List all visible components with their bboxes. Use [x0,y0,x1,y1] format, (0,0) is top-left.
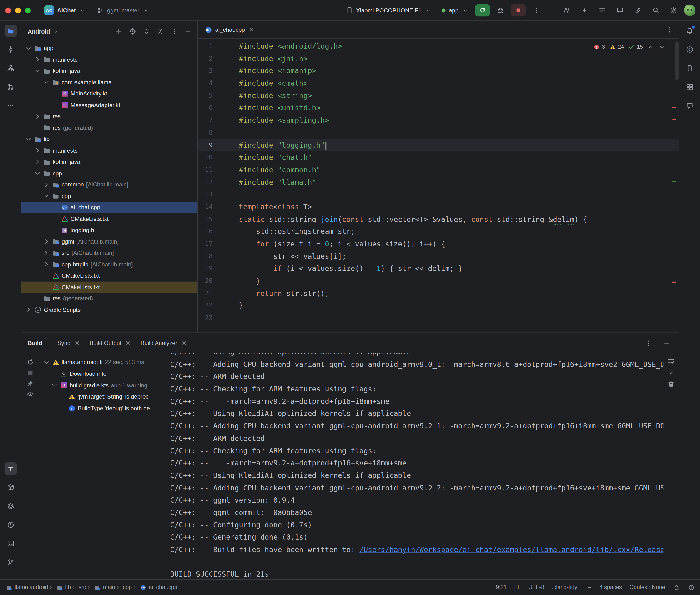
hide-panel-button[interactable] [182,26,194,37]
tree-item-app[interactable]: app [22,42,197,54]
clear-all-icon[interactable] [667,381,674,388]
add-button[interactable] [113,26,124,37]
close-icon[interactable] [180,339,188,346]
run-button[interactable] [475,4,490,17]
tab-build-analyzer[interactable]: Build Analyzer [136,336,192,349]
code-line-2[interactable]: 2#include <jni.h> [198,53,678,65]
project-widget[interactable]: AC AiChat [41,4,90,17]
indent-icon[interactable] [585,584,592,591]
debug-button[interactable] [493,4,508,17]
code-line-22[interactable]: 22} [198,300,678,312]
todo-list-button[interactable] [595,4,610,17]
commit-tool-button[interactable] [4,43,17,56]
dependencies-tool-button[interactable] [4,481,17,493]
error-stripe-mark[interactable] [672,107,676,108]
resource-manager-button[interactable] [683,81,696,93]
error-stripe-mark[interactable] [672,282,676,283]
caret-position[interactable]: 9:21 [496,584,507,591]
breadcrumb-main[interactable]: main [88,584,115,591]
tree-item-src[interactable]: src[AiChat.lib.main] [22,247,197,259]
context-widget[interactable]: Context: None [629,584,665,591]
ai-assistant-button[interactable] [577,4,592,17]
share-button[interactable] [631,4,646,17]
code-line-13[interactable]: 13 [198,188,678,201]
filter-view-icon[interactable] [27,391,34,398]
build-tree-item-download-info[interactable]: Download info [39,368,167,379]
next-issue-icon[interactable] [658,43,665,51]
build-options-button[interactable] [643,337,654,349]
code-editor[interactable]: 1#include <android/log.h>2#include <jni.… [198,39,678,332]
app-quality-insights-button[interactable] [683,100,696,112]
tree-item-cmakelists-txt[interactable]: CMakeLists.txt [22,270,197,281]
code-line-4[interactable]: 4#include <cmath> [198,77,678,89]
code-line-18[interactable]: 18 str << values[i]; [198,250,678,263]
tree-item-res[interactable]: res(generated) [22,122,197,134]
tree-item-res[interactable]: res(generated) [22,293,197,304]
code-line-20[interactable]: 20 } [198,275,678,287]
tree-item-cpp[interactable]: cpp [22,190,197,202]
editor-scrollbar[interactable] [675,41,678,80]
build-tool-button[interactable] [4,462,17,475]
code-line-14[interactable]: 14template<class T> [198,201,678,213]
breadcrumb-lib[interactable]: lib [50,584,71,591]
breadcrumb-llama-android[interactable]: llama.android [5,584,48,591]
code-line-3[interactable]: 3#include <iomanip> [198,65,678,77]
build-console[interactable]: C/C++: -- Using KleidiAI optimized kerne… [167,353,663,579]
more-tool-windows-button[interactable] [4,100,17,112]
code-line-5[interactable]: 5#include <string> [198,89,678,102]
close-icon[interactable] [73,339,81,346]
tree-item-logging-h[interactable]: Hlogging.h [22,225,197,236]
device-manager-button[interactable] [683,62,696,75]
project-view-mode[interactable]: Android [28,28,50,34]
tree-item-cpp-httplib[interactable]: cpp-httplib[AiChat.lib.main] [22,259,197,270]
tree-item-mainactivity-kt[interactable]: KMainActivity.kt [22,88,197,99]
code-line-23[interactable]: 23 [198,312,678,324]
indent-setting[interactable]: 4 spaces [599,584,622,591]
build-window-title[interactable]: Build [28,340,42,346]
code-line-8[interactable]: 8 [198,127,678,139]
tree-item-kotlin-java[interactable]: kotlin+java [22,156,197,168]
code-line-11[interactable]: 11#include "common.h" [198,164,678,176]
tab-sync[interactable]: Sync [53,336,85,349]
breadcrumb-ai-chat-cpp[interactable]: C++ai_chat.cpp [134,584,177,591]
expand-all-button[interactable] [141,26,152,37]
build-variants-tool-button[interactable] [4,500,17,512]
tree-item-gradle-scripts[interactable]: GGradle Scripts [22,304,197,315]
scroll-to-end-icon[interactable] [667,369,674,376]
tree-item-manifests[interactable]: manifests [22,54,197,65]
search-everywhere-button[interactable] [648,4,664,17]
gradle-tool-button[interactable]: G [683,43,696,56]
breadcrumb-src[interactable]: src [73,584,86,591]
locate-file-button[interactable] [127,26,138,37]
code-line-10[interactable]: 10#include "chat.h" [198,151,678,164]
tree-item-cpp[interactable]: cpp [22,168,197,179]
tree-item-com-example-llama[interactable]: com.example.llama [22,77,197,88]
version-control-tool-button[interactable] [4,556,17,568]
close-icon[interactable] [248,26,255,33]
clang-tidy[interactable]: .clang-tidy [552,584,577,591]
collapse-all-button[interactable] [155,26,166,37]
pin-icon[interactable] [27,380,34,387]
tree-item-ggml[interactable]: ggml[AiChat.lib.main] [22,236,197,247]
code-line-15[interactable]: 15static std::string join(const std::vec… [198,213,678,225]
file-encoding[interactable]: UTF-8 [529,584,544,591]
previous-issue-icon[interactable] [647,43,654,51]
tree-item-res[interactable]: res [22,111,197,122]
code-line-21[interactable]: 21 return str.str(); [198,287,678,300]
build-output-link[interactable]: /Users/hanyin/Workspace/ai-chat/examples… [359,545,664,554]
editor-options-button[interactable] [663,24,675,35]
tab-ai-chat-cpp[interactable]: C++ ai_chat.cpp [200,21,260,38]
inspections-widget[interactable]: 3 24 15 [591,42,667,51]
tree-item-cmakelists-txt[interactable]: CMakeLists.txt [22,213,197,225]
build-tree-item-llama-android-fi[interactable]: llama.android: fi22 sec, 583 ms [39,357,167,368]
lock-icon[interactable] [673,584,680,591]
build-tree-item-jvmtarget-string-is-deprec[interactable]: 'jvmTarget: String' is deprec [39,391,167,402]
translate-button[interactable] [559,4,574,17]
close-icon[interactable] [124,339,132,346]
settings-button[interactable] [666,4,681,17]
tree-item-lib[interactable]: lib [22,133,197,145]
tree-item-cmakelists-txt[interactable]: CMakeLists.txt [22,281,197,293]
tree-item-messageadapter-kt[interactable]: KMessageAdapter.kt [22,99,197,111]
user-avatar[interactable] [684,4,696,16]
code-line-6[interactable]: 6#include <unistd.h> [198,102,678,114]
